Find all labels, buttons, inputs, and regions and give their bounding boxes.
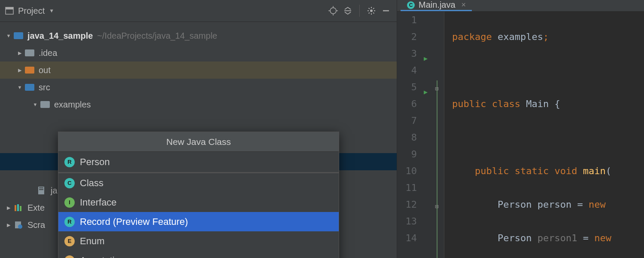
tree-node-label: Scra — [27, 220, 45, 230]
svg-line-15 — [373, 8, 374, 9]
editor-tabs: C Main.java × — [397, 0, 644, 12]
fold-marker-icon[interactable]: ⊟ — [435, 80, 438, 97]
tree-node-label: ja — [51, 186, 58, 196]
editor-gutter: 1234567891011121314 ▶▶ ⊟ ⊟ — [397, 12, 444, 258]
type: Person — [498, 233, 532, 243]
svg-rect-21 — [15, 205, 16, 211]
scratches-icon — [13, 220, 24, 230]
popup-option-label: Enum — [80, 236, 104, 247]
expand-arrow-icon[interactable] — [4, 205, 13, 211]
type-badge-icon: E — [64, 236, 75, 246]
type: Person — [498, 199, 532, 210]
tree-node-label: src — [39, 83, 50, 92]
class-file-icon: C — [407, 1, 415, 9]
fold-marker-icon[interactable]: ⊟ — [435, 198, 438, 215]
toolbar-divider — [359, 5, 360, 17]
tree-node-label: java_14_sample — [27, 31, 93, 41]
popup-option-label: Annotation — [80, 255, 125, 258]
tree-root[interactable]: java_14_sample ~/IdeaProjects/java_14_sa… — [0, 27, 397, 44]
tab-main-java[interactable]: C Main.java × — [401, 0, 472, 11]
expand-arrow-icon[interactable] — [31, 102, 39, 107]
java-file-icon — [36, 186, 47, 195]
popup-option-interface[interactable]: IInterface — [58, 193, 339, 212]
svg-point-2 — [330, 8, 336, 14]
keyword: void — [554, 166, 577, 176]
folder-icon — [24, 65, 35, 75]
gear-icon[interactable] — [366, 5, 377, 16]
svg-line-13 — [369, 8, 370, 9]
code-editor[interactable]: 1234567891011121314 ▶▶ ⊟ ⊟ package examp… — [397, 12, 644, 258]
tree-node-label: Exte — [27, 203, 45, 213]
keyword: public — [475, 166, 509, 176]
folder-icon — [24, 48, 35, 58]
locate-icon[interactable] — [328, 5, 339, 16]
svg-point-25 — [18, 224, 22, 229]
type-badge-icon: @ — [64, 255, 75, 258]
close-tab-icon[interactable]: × — [462, 0, 466, 9]
tree-node-label: out — [39, 65, 51, 75]
tree-node-idea[interactable]: .idea — [0, 44, 397, 61]
keyword: package — [452, 31, 492, 42]
tree-node-out[interactable]: out — [0, 61, 397, 79]
expand-arrow-icon[interactable] — [4, 222, 13, 228]
svg-rect-19 — [39, 187, 43, 188]
record-badge-icon: R — [64, 157, 75, 167]
svg-point-8 — [370, 9, 373, 12]
tree-node-src[interactable]: src — [0, 79, 397, 96]
fold-gutter[interactable]: ⊟ ⊟ — [435, 12, 444, 258]
collapse-all-icon[interactable] — [342, 5, 353, 16]
class-name: Main — [526, 98, 549, 109]
identifier: examples — [498, 31, 543, 42]
type-badge-icon: R — [64, 217, 75, 227]
popup-option-class[interactable]: CClass — [58, 173, 339, 193]
run-gutter[interactable]: ▶▶ — [421, 12, 435, 258]
new-class-popup: New Java Class R CClassIInterfaceRRecord… — [58, 132, 339, 258]
project-view-label: Project — [18, 6, 45, 16]
tab-label: Main.java — [419, 0, 456, 10]
svg-rect-20 — [39, 189, 43, 190]
minimize-icon[interactable] — [380, 5, 392, 16]
source-folder-icon — [24, 83, 35, 92]
keyword: new — [589, 199, 606, 210]
run-gutter-icon[interactable]: ▶ — [424, 84, 428, 101]
keyword: new — [594, 233, 611, 243]
identifier: person1 — [538, 233, 577, 243]
expand-arrow-icon[interactable] — [4, 33, 13, 38]
popup-option-annotation[interactable]: @Annotation — [58, 251, 339, 258]
class-name-input[interactable] — [80, 157, 333, 168]
popup-input-row: R — [58, 152, 339, 173]
keyword: static — [515, 166, 549, 176]
popup-option-record[interactable]: RRecord (Preview Feature) — [58, 212, 339, 231]
popup-title: New Java Class — [58, 132, 339, 152]
libraries-icon — [13, 203, 24, 212]
keyword: class — [492, 98, 520, 109]
popup-option-label: Class — [80, 178, 103, 189]
project-window-icon — [5, 6, 14, 15]
run-gutter-icon[interactable]: ▶ — [424, 50, 428, 67]
svg-text:C: C — [409, 2, 413, 8]
svg-line-16 — [369, 12, 370, 13]
chevron-down-icon: ▼ — [49, 8, 54, 14]
module-folder-icon — [13, 31, 24, 40]
fold-region-bar — [437, 80, 437, 258]
project-view-selector[interactable]: Project ▼ — [5, 6, 54, 16]
editor-panel: C Main.java × 1234567891011121314 ▶▶ ⊟ ⊟… — [397, 0, 644, 258]
project-tree[interactable]: java_14_sample ~/IdeaProjects/java_14_sa… — [0, 22, 397, 258]
code-area[interactable]: package examples; public class Main { pu… — [444, 12, 617, 258]
expand-arrow-icon[interactable] — [15, 85, 24, 90]
expand-arrow-icon[interactable] — [15, 50, 24, 56]
tree-node-examples[interactable]: examples — [0, 96, 397, 113]
project-tool-window: Project ▼ java_14_sample ~/IdeaProjects/… — [0, 0, 397, 258]
popup-option-label: Record (Preview Feature) — [80, 216, 188, 227]
line-numbers: 1234567891011121314 — [397, 12, 421, 258]
tree-node-path: ~/IdeaProjects/java_14_sample — [97, 31, 217, 41]
svg-rect-1 — [6, 7, 13, 9]
expand-arrow-icon[interactable] — [15, 68, 24, 73]
popup-option-label: Interface — [80, 197, 117, 208]
svg-line-14 — [373, 12, 374, 13]
identifier: person — [538, 199, 571, 210]
method-name: main — [583, 166, 606, 176]
svg-rect-22 — [17, 204, 19, 211]
type-badge-icon: I — [64, 197, 75, 208]
popup-option-enum[interactable]: EEnum — [58, 231, 339, 251]
